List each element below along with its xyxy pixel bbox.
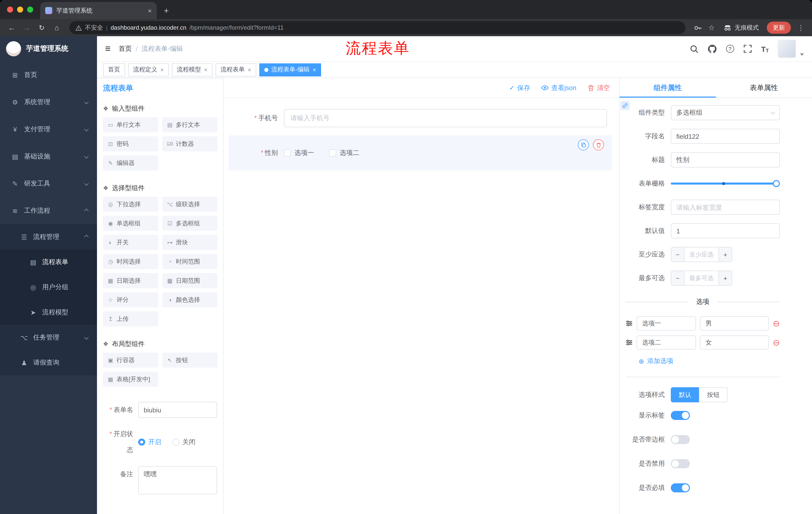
tag-process-form[interactable]: 流程表单 × [215, 63, 256, 76]
component-date-picker[interactable]: ▦ 日期选择 [103, 273, 158, 288]
user-avatar[interactable] [778, 40, 796, 58]
sidebar-item-home[interactable]: ⊞ 首页 [0, 61, 97, 88]
app-logo[interactable]: 芋道管理系统 [0, 36, 97, 61]
gender-option-1[interactable]: 选项一 [284, 148, 314, 157]
decrease-button[interactable]: − [671, 271, 685, 285]
component-row-container[interactable]: ▣ 行容器 [103, 353, 158, 368]
browser-tab[interactable]: 芋道管理系统 × [40, 2, 157, 19]
drag-handle-icon[interactable] [626, 320, 633, 327]
close-icon[interactable]: × [313, 66, 316, 73]
copy-field-button[interactable] [578, 139, 589, 151]
status-radio-on[interactable]: 开启 [138, 437, 161, 447]
forward-button[interactable]: → [20, 24, 33, 32]
component-radio-group[interactable]: ◉ 单选框组 [103, 216, 158, 231]
label-width-input[interactable] [671, 200, 780, 215]
sidebar-item-user-group[interactable]: ◎ 用户分组 [0, 275, 97, 300]
component-button[interactable]: ↖ 按钮 [162, 353, 218, 368]
view-json-button[interactable]: 查看json [541, 83, 576, 92]
field-name-input[interactable] [671, 129, 780, 144]
window-minimize-button[interactable] [17, 6, 23, 12]
show-label-switch[interactable] [671, 411, 690, 420]
phone-input[interactable]: 请输入手机号 [284, 109, 607, 127]
sidebar-item-infrastructure[interactable]: ▤ 基础设施 [0, 143, 97, 170]
remove-option-icon[interactable]: ⊖ [773, 338, 780, 347]
title-input[interactable] [671, 153, 780, 167]
sidebar-item-task-management[interactable]: ⌥ 任务管理 [0, 325, 97, 350]
home-button[interactable]: ⌂ [50, 24, 63, 32]
component-single-line-text[interactable]: ▭ 单行文本 [103, 117, 158, 132]
form-remark-input[interactable]: 嘿嘿 [138, 466, 217, 494]
option-value-input[interactable] [700, 335, 769, 350]
fullscreen-icon[interactable] [743, 44, 752, 53]
sidebar-item-leave-query[interactable]: ♟ 请假查询 [0, 350, 97, 375]
disabled-switch[interactable] [671, 459, 690, 468]
increase-button[interactable]: + [719, 247, 732, 262]
delete-field-button[interactable] [593, 139, 604, 151]
component-date-range[interactable]: ▩ 日期范围 [162, 273, 218, 288]
tag-process-model[interactable]: 流程模型 × [172, 63, 212, 76]
remove-option-icon[interactable]: ⊖ [773, 319, 780, 328]
sidebar-item-process-form[interactable]: ▤ 流程表单 [0, 249, 97, 275]
password-key-icon[interactable] [691, 24, 703, 31]
option-style-button[interactable]: 按钮 [699, 387, 728, 402]
component-editor[interactable]: ✎ 编辑器 [103, 155, 158, 170]
close-icon[interactable]: × [248, 66, 251, 73]
canvas-field-gender[interactable]: 性别 选项一 选项二 [229, 135, 612, 170]
tag-process-form-edit[interactable]: 流程表单-编辑 × [259, 63, 321, 76]
tab-close-icon[interactable]: × [148, 7, 152, 14]
add-option-button[interactable]: ⊕ 添加选项 [639, 357, 780, 366]
increase-button[interactable]: + [719, 271, 732, 285]
sidebar-item-process-management[interactable]: ☰ 流程管理 [0, 224, 97, 249]
clear-button[interactable]: 清空 [587, 83, 610, 92]
border-switch[interactable] [671, 435, 690, 444]
status-radio-off[interactable]: 关闭 [172, 437, 196, 447]
drag-handle-icon[interactable] [626, 339, 633, 346]
sidebar-item-workflow[interactable]: ≋ 工作流程 [0, 197, 97, 224]
help-icon[interactable]: ? [726, 45, 734, 53]
address-bar[interactable]: 不安全 | dashboard.yudao.iocoder.cn/bpm/man… [69, 21, 685, 34]
decrease-button[interactable]: − [671, 247, 685, 262]
required-switch[interactable] [671, 483, 690, 492]
search-icon[interactable] [690, 44, 699, 53]
update-button[interactable]: 更新 [767, 22, 791, 34]
option-name-input[interactable] [637, 335, 696, 350]
back-button[interactable]: ← [5, 24, 18, 32]
tag-process-definition[interactable]: 流程定义 × [128, 63, 169, 76]
option-style-default[interactable]: 默认 [671, 387, 699, 402]
tab-component-properties[interactable]: 组件属性 [619, 78, 716, 98]
tag-home[interactable]: 首页 [103, 63, 125, 76]
sidebar-item-payment-management[interactable]: ¥ 支付管理 [0, 116, 97, 143]
sidebar-item-process-model[interactable]: ➤ 流程模型 [0, 300, 97, 325]
slider-handle[interactable] [773, 180, 780, 187]
breadcrumb-home[interactable]: 首页 [119, 44, 132, 53]
component-slider[interactable]: ⊶ 滑块 [162, 235, 218, 250]
window-zoom-button[interactable] [27, 6, 33, 12]
component-select[interactable]: ◎ 下拉选择 [103, 197, 158, 212]
component-table[interactable]: ▦ 表格[开发中] [103, 372, 158, 387]
component-rate[interactable]: ☆ 评分 [103, 292, 158, 307]
component-checkbox-group[interactable]: ☑ 多选框组 [162, 216, 218, 231]
canvas-field-phone[interactable]: 手机号 请输入手机号 [229, 109, 612, 127]
component-time-picker[interactable]: ◷ 时间选择 [103, 254, 158, 269]
reload-button[interactable]: ↻ [35, 24, 48, 32]
browser-menu-icon[interactable]: ⋮ [795, 24, 807, 32]
component-multi-line-text[interactable]: ▤ 多行文本 [162, 117, 218, 132]
tab-form-properties[interactable]: 表单属性 [716, 78, 812, 98]
sidebar-item-system-management[interactable]: ⚙ 系统管理 [0, 88, 97, 116]
component-upload[interactable]: ↥ 上传 [103, 311, 158, 326]
default-value-input[interactable] [671, 223, 780, 238]
github-icon[interactable] [708, 44, 717, 53]
form-name-input[interactable] [138, 402, 217, 418]
canvas-drop-area[interactable]: 手机号 请输入手机号 性别 选项一 [224, 98, 619, 514]
grid-slider[interactable] [671, 176, 780, 191]
sidebar-collapse-icon[interactable]: ≡ [105, 43, 111, 54]
option-value-input[interactable] [700, 316, 769, 330]
bookmark-star-icon[interactable]: ☆ [705, 24, 718, 32]
component-cascader[interactable]: ⌥ 级联选择 [162, 197, 218, 212]
component-switch[interactable]: ◐ 开关 [103, 235, 158, 250]
avatar-dropdown-caret-icon[interactable] [800, 53, 804, 56]
gender-option-2[interactable]: 选项二 [329, 148, 359, 157]
close-icon[interactable]: × [204, 66, 207, 73]
new-tab-button[interactable]: + [164, 6, 169, 19]
save-button[interactable]: ✓ 保存 [509, 83, 530, 92]
